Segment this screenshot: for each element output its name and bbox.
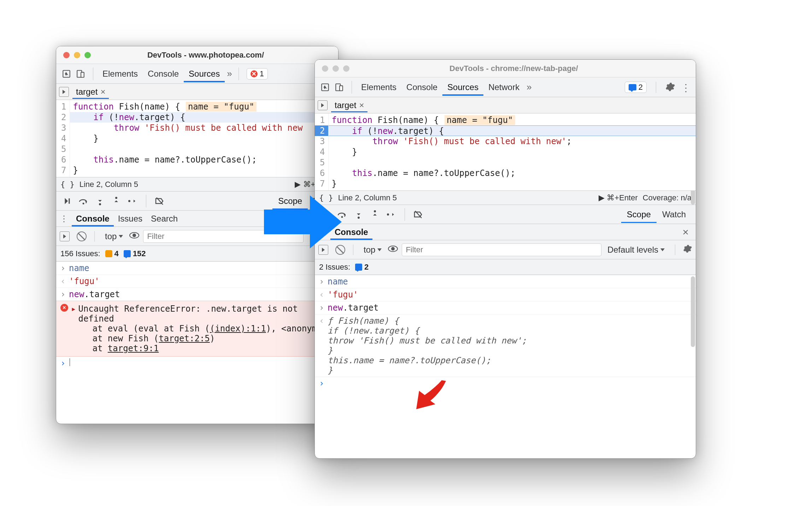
tab-watch[interactable]: Watch xyxy=(657,206,692,223)
more-tabs-icon[interactable]: » xyxy=(225,68,234,79)
tab-elements[interactable]: Elements xyxy=(98,65,143,82)
svg-point-7 xyxy=(128,200,130,202)
drawer-tab-issues[interactable]: Issues xyxy=(114,211,147,226)
step-into-icon[interactable] xyxy=(352,207,366,222)
code-body: function Fish(name) {name = "fugu" if (!… xyxy=(70,100,338,177)
resume-icon[interactable] xyxy=(60,194,75,208)
braces-icon[interactable]: { } xyxy=(60,180,75,189)
context-selector[interactable]: top xyxy=(102,230,125,242)
gear-icon[interactable] xyxy=(665,82,676,93)
deactivate-breakpoints-icon[interactable] xyxy=(411,207,425,222)
drawer-tabs: ⋮ Console × xyxy=(315,224,696,240)
prompt-icon xyxy=(60,289,65,299)
tab-elements[interactable]: Elements xyxy=(356,79,401,96)
file-tabs: target× xyxy=(56,84,338,100)
run-snippet[interactable]: ▶ ⌘+Enter xyxy=(599,193,638,202)
main-toolbar: Elements Console Sources » 1 xyxy=(56,64,338,84)
console-prompt[interactable]: › xyxy=(315,377,696,390)
drawer-tab-search[interactable]: Search xyxy=(147,211,182,226)
source-editor[interactable]: 1234567 function Fish(name) {name = "fug… xyxy=(56,100,338,177)
live-expression-icon[interactable] xyxy=(129,231,140,241)
gear-icon[interactable] xyxy=(683,244,692,255)
line-gutter: 1234567 xyxy=(56,100,70,177)
minimize-dot[interactable] xyxy=(74,52,80,58)
svg-point-15 xyxy=(358,217,360,219)
prompt-icon xyxy=(60,263,65,273)
step-icon[interactable] xyxy=(125,194,140,208)
console-filterbar: top Default levels xyxy=(315,240,696,259)
zoom-dot[interactable] xyxy=(84,52,91,58)
return-icon xyxy=(319,316,324,326)
error-count-badge[interactable]: 1 xyxy=(247,68,268,80)
file-tabs: target× xyxy=(315,97,696,113)
inspect-icon[interactable] xyxy=(319,81,331,93)
more-tabs-icon[interactable]: » xyxy=(524,82,534,93)
file-tab-target[interactable]: target× xyxy=(331,98,367,112)
zoom-dot[interactable] xyxy=(343,65,349,72)
tab-console[interactable]: Console xyxy=(143,65,184,82)
minimize-dot[interactable] xyxy=(333,65,339,72)
nav-toggle-icon[interactable] xyxy=(318,100,328,110)
cursor-position: Line 2, Column 5 xyxy=(80,180,138,189)
console-sidebar-icon[interactable] xyxy=(60,231,70,241)
prompt-icon xyxy=(319,277,324,287)
close-dot[interactable] xyxy=(322,65,328,72)
tab-sources[interactable]: Sources xyxy=(184,65,225,82)
drawer-tab-console[interactable]: Console xyxy=(72,211,114,226)
step-icon[interactable] xyxy=(384,207,398,222)
issues-bar[interactable]: 2 Issues: 2 xyxy=(315,259,696,275)
close-dot[interactable] xyxy=(63,52,70,58)
issues-label: 2 Issues: xyxy=(319,263,350,272)
warning-count: 4 xyxy=(105,249,119,258)
stack-link[interactable]: (index):1:1 xyxy=(210,324,266,334)
device-icon[interactable] xyxy=(333,81,345,93)
titlebar: DevTools - chrome://new-tab-page/ xyxy=(315,60,696,77)
tab-console[interactable]: Console xyxy=(401,79,442,96)
levels-selector[interactable]: Default levels xyxy=(605,244,667,256)
kebab-icon[interactable]: ⋮ xyxy=(681,82,692,93)
stack-link[interactable]: target:2:5 xyxy=(159,334,210,343)
close-icon[interactable]: × xyxy=(359,100,364,110)
device-icon[interactable] xyxy=(75,68,87,80)
file-tab-target[interactable]: target× xyxy=(72,85,109,99)
console-output: name 'fugu' new.target × ▸ Uncaught Refe… xyxy=(56,261,338,370)
tab-network[interactable]: Network xyxy=(483,79,524,96)
editor-statusbar: { } Line 2, Column 5 ▶ ⌘+Enter Coverage:… xyxy=(315,191,696,205)
context-selector[interactable]: top xyxy=(361,244,384,256)
clear-console-icon[interactable] xyxy=(77,231,87,241)
svg-rect-2 xyxy=(81,72,84,77)
deactivate-breakpoints-icon[interactable] xyxy=(153,194,167,208)
filter-input[interactable] xyxy=(402,243,601,256)
step-out-icon[interactable] xyxy=(109,194,123,208)
svg-point-6 xyxy=(115,197,117,199)
error-icon: × xyxy=(60,304,68,312)
error-message: × ▸ Uncaught ReferenceError: .new.target… xyxy=(56,301,338,357)
coverage-label: Coverage: n/a xyxy=(643,193,692,202)
cursor-position: Line 2, Column 5 xyxy=(338,193,397,202)
tab-sources[interactable]: Sources xyxy=(442,79,483,96)
scrollbar-thumb[interactable] xyxy=(691,276,695,347)
editor-statusbar: { } Line 2, Column 5 ▶ ⌘+Enter xyxy=(56,177,338,192)
close-icon[interactable]: × xyxy=(100,87,105,97)
window-title: DevTools - chrome://new-tab-page/ xyxy=(349,64,678,73)
feedback-icon xyxy=(629,84,636,90)
step-into-icon[interactable] xyxy=(93,194,107,208)
step-out-icon[interactable] xyxy=(368,207,382,222)
kebab-icon[interactable]: ⋮ xyxy=(60,214,68,224)
inspect-icon[interactable] xyxy=(60,68,72,80)
tab-scope[interactable]: Scope xyxy=(621,206,657,223)
close-drawer-icon[interactable]: × xyxy=(679,226,692,238)
source-editor[interactable]: 1 2 34567 function Fish(name) {name = "f… xyxy=(315,113,696,191)
step-over-icon[interactable] xyxy=(77,194,91,208)
svg-point-5 xyxy=(99,203,101,205)
annotation-pointer-icon xyxy=(413,379,449,411)
stack-link[interactable]: target:9:1 xyxy=(108,343,159,353)
svg-point-9 xyxy=(133,234,136,237)
nav-toggle-icon[interactable] xyxy=(59,87,69,97)
live-expression-icon[interactable] xyxy=(388,245,398,255)
svg-point-17 xyxy=(387,213,389,216)
code-body: function Fish(name) {name = "fugu" if (!… xyxy=(329,113,696,190)
svg-point-4 xyxy=(83,202,84,204)
console-prompt[interactable]: › xyxy=(56,357,338,370)
feedback-badge[interactable]: 2 xyxy=(625,82,647,93)
